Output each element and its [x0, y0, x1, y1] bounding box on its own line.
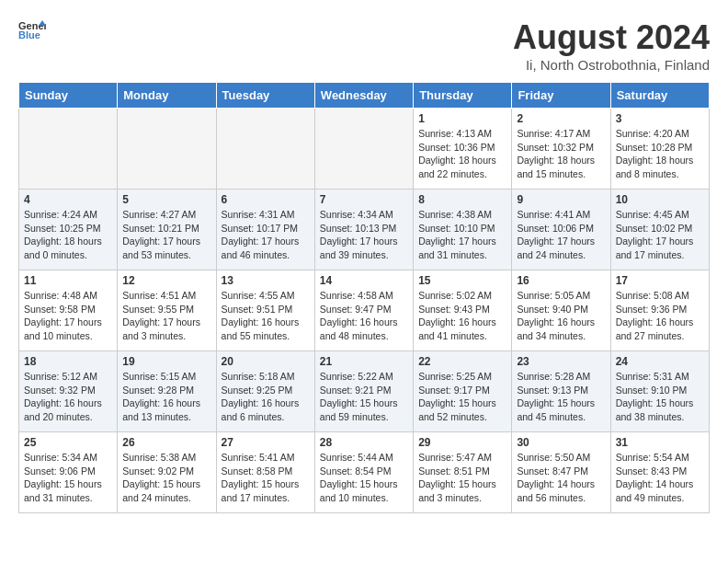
day-info: Sunrise: 5:08 AM Sunset: 9:36 PM Dayligh… [616, 289, 704, 343]
calendar-table: SundayMondayTuesdayWednesdayThursdayFrid… [18, 82, 710, 513]
calendar-cell: 17Sunrise: 5:08 AM Sunset: 9:36 PM Dayli… [610, 270, 709, 351]
day-info: Sunrise: 5:47 AM Sunset: 8:51 PM Dayligh… [418, 451, 506, 505]
calendar-cell: 25Sunrise: 5:34 AM Sunset: 9:06 PM Dayli… [19, 432, 118, 513]
day-info: Sunrise: 4:13 AM Sunset: 10:36 PM Daylig… [418, 127, 506, 181]
day-number: 29 [418, 436, 506, 449]
week-row: 4Sunrise: 4:24 AM Sunset: 10:25 PM Dayli… [19, 190, 710, 270]
day-info: Sunrise: 4:48 AM Sunset: 9:58 PM Dayligh… [24, 289, 112, 343]
calendar-cell: 8Sunrise: 4:38 AM Sunset: 10:10 PM Dayli… [414, 190, 512, 270]
week-row: 11Sunrise: 4:48 AM Sunset: 9:58 PM Dayli… [19, 270, 710, 351]
calendar-cell: 20Sunrise: 5:18 AM Sunset: 9:25 PM Dayli… [216, 351, 314, 432]
calendar-cell: 12Sunrise: 4:51 AM Sunset: 9:55 PM Dayli… [118, 270, 216, 351]
day-info: Sunrise: 5:12 AM Sunset: 9:32 PM Dayligh… [24, 370, 112, 424]
day-info: Sunrise: 4:38 AM Sunset: 10:10 PM Daylig… [418, 208, 506, 262]
day-info: Sunrise: 5:54 AM Sunset: 8:43 PM Dayligh… [616, 451, 704, 505]
day-number: 8 [418, 193, 506, 206]
day-number: 27 [222, 436, 310, 449]
day-info: Sunrise: 5:22 AM Sunset: 9:21 PM Dayligh… [320, 370, 408, 424]
day-header-saturday: Saturday [610, 83, 709, 109]
day-info: Sunrise: 4:58 AM Sunset: 9:47 PM Dayligh… [320, 289, 408, 343]
day-number: 24 [616, 355, 704, 368]
day-info: Sunrise: 4:51 AM Sunset: 9:55 PM Dayligh… [122, 289, 210, 343]
header-row: SundayMondayTuesdayWednesdayThursdayFrid… [19, 83, 710, 109]
calendar-cell: 4Sunrise: 4:24 AM Sunset: 10:25 PM Dayli… [19, 190, 118, 270]
day-number: 5 [122, 193, 210, 206]
calendar-cell: 6Sunrise: 4:31 AM Sunset: 10:17 PM Dayli… [216, 190, 314, 270]
day-info: Sunrise: 5:28 AM Sunset: 9:13 PM Dayligh… [517, 370, 605, 424]
day-number: 15 [418, 274, 506, 287]
calendar-cell: 1Sunrise: 4:13 AM Sunset: 10:36 PM Dayli… [414, 109, 512, 190]
calendar-cell [19, 109, 118, 190]
day-info: Sunrise: 4:45 AM Sunset: 10:02 PM Daylig… [616, 208, 704, 262]
calendar-cell: 9Sunrise: 4:41 AM Sunset: 10:06 PM Dayli… [512, 190, 610, 270]
day-number: 19 [122, 355, 210, 368]
day-number: 6 [222, 193, 310, 206]
day-header-thursday: Thursday [414, 83, 512, 109]
day-info: Sunrise: 4:55 AM Sunset: 9:51 PM Dayligh… [222, 289, 310, 343]
calendar-cell [118, 109, 216, 190]
day-number: 16 [517, 274, 605, 287]
day-number: 30 [517, 436, 605, 449]
day-info: Sunrise: 4:34 AM Sunset: 10:13 PM Daylig… [320, 208, 408, 262]
calendar-cell: 3Sunrise: 4:20 AM Sunset: 10:28 PM Dayli… [610, 109, 709, 190]
calendar-cell: 24Sunrise: 5:31 AM Sunset: 9:10 PM Dayli… [610, 351, 709, 432]
calendar-cell: 7Sunrise: 4:34 AM Sunset: 10:13 PM Dayli… [314, 190, 413, 270]
calendar-cell: 23Sunrise: 5:28 AM Sunset: 9:13 PM Dayli… [512, 351, 610, 432]
location: Ii, North Ostrobothnia, Finland [513, 57, 710, 73]
day-number: 3 [616, 112, 704, 125]
day-number: 20 [222, 355, 310, 368]
day-info: Sunrise: 4:24 AM Sunset: 10:25 PM Daylig… [24, 208, 112, 262]
day-info: Sunrise: 4:20 AM Sunset: 10:28 PM Daylig… [616, 127, 704, 181]
day-number: 12 [122, 274, 210, 287]
day-number: 1 [418, 112, 506, 125]
calendar-cell: 28Sunrise: 5:44 AM Sunset: 8:54 PM Dayli… [314, 432, 413, 513]
day-info: Sunrise: 4:27 AM Sunset: 10:21 PM Daylig… [122, 208, 210, 262]
day-header-sunday: Sunday [19, 83, 118, 109]
day-info: Sunrise: 5:34 AM Sunset: 9:06 PM Dayligh… [24, 451, 112, 505]
day-number: 26 [122, 436, 210, 449]
day-number: 25 [24, 436, 112, 449]
day-number: 17 [616, 274, 704, 287]
calendar-cell: 11Sunrise: 4:48 AM Sunset: 9:58 PM Dayli… [19, 270, 118, 351]
calendar-cell: 14Sunrise: 4:58 AM Sunset: 9:47 PM Dayli… [314, 270, 413, 351]
day-info: Sunrise: 4:17 AM Sunset: 10:32 PM Daylig… [517, 127, 605, 181]
calendar-cell: 19Sunrise: 5:15 AM Sunset: 9:28 PM Dayli… [118, 351, 216, 432]
day-number: 9 [517, 193, 605, 206]
calendar-cell: 29Sunrise: 5:47 AM Sunset: 8:51 PM Dayli… [414, 432, 512, 513]
calendar-cell: 15Sunrise: 5:02 AM Sunset: 9:43 PM Dayli… [414, 270, 512, 351]
day-header-monday: Monday [118, 83, 216, 109]
calendar-cell [216, 109, 314, 190]
day-number: 7 [320, 193, 408, 206]
calendar-cell: 31Sunrise: 5:54 AM Sunset: 8:43 PM Dayli… [610, 432, 709, 513]
calendar-cell [314, 109, 413, 190]
week-row: 25Sunrise: 5:34 AM Sunset: 9:06 PM Dayli… [19, 432, 710, 513]
day-info: Sunrise: 5:41 AM Sunset: 8:58 PM Dayligh… [222, 451, 310, 505]
day-number: 4 [24, 193, 112, 206]
title-block: August 2024 Ii, North Ostrobothnia, Finl… [513, 18, 710, 73]
day-info: Sunrise: 5:25 AM Sunset: 9:17 PM Dayligh… [418, 370, 506, 424]
day-number: 23 [517, 355, 605, 368]
day-info: Sunrise: 5:44 AM Sunset: 8:54 PM Dayligh… [320, 451, 408, 505]
calendar-cell: 27Sunrise: 5:41 AM Sunset: 8:58 PM Dayli… [216, 432, 314, 513]
day-info: Sunrise: 5:50 AM Sunset: 8:47 PM Dayligh… [517, 451, 605, 505]
calendar-cell: 26Sunrise: 5:38 AM Sunset: 9:02 PM Dayli… [118, 432, 216, 513]
day-header-tuesday: Tuesday [216, 83, 314, 109]
logo: General Blue [18, 18, 46, 40]
day-number: 21 [320, 355, 408, 368]
calendar-cell: 13Sunrise: 4:55 AM Sunset: 9:51 PM Dayli… [216, 270, 314, 351]
week-row: 18Sunrise: 5:12 AM Sunset: 9:32 PM Dayli… [19, 351, 710, 432]
day-number: 2 [517, 112, 605, 125]
day-info: Sunrise: 5:18 AM Sunset: 9:25 PM Dayligh… [222, 370, 310, 424]
calendar-cell: 2Sunrise: 4:17 AM Sunset: 10:32 PM Dayli… [512, 109, 610, 190]
day-info: Sunrise: 5:31 AM Sunset: 9:10 PM Dayligh… [616, 370, 704, 424]
day-number: 10 [616, 193, 704, 206]
day-info: Sunrise: 4:31 AM Sunset: 10:17 PM Daylig… [222, 208, 310, 262]
day-header-friday: Friday [512, 83, 610, 109]
day-info: Sunrise: 4:41 AM Sunset: 10:06 PM Daylig… [517, 208, 605, 262]
calendar-cell: 18Sunrise: 5:12 AM Sunset: 9:32 PM Dayli… [19, 351, 118, 432]
day-info: Sunrise: 5:02 AM Sunset: 9:43 PM Dayligh… [418, 289, 506, 343]
month-title: August 2024 [513, 18, 710, 57]
day-info: Sunrise: 5:15 AM Sunset: 9:28 PM Dayligh… [122, 370, 210, 424]
day-number: 13 [222, 274, 310, 287]
day-number: 28 [320, 436, 408, 449]
